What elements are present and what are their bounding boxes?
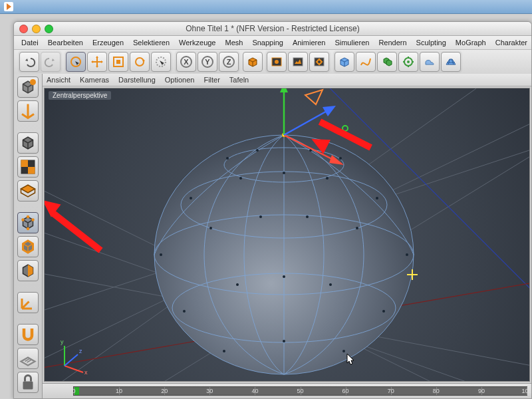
cursor-icon [346,353,356,366]
menu-werkzeuge[interactable]: Werkzeuge [174,37,220,48]
svg-marker-70 [329,155,344,165]
svg-text:y: y [61,338,64,345]
vp-ansicht[interactable]: Ansicht [47,76,70,84]
svg-rect-21 [28,167,35,174]
svg-line-71 [284,110,329,135]
poly-mode-button[interactable] [17,260,39,281]
menu-mograph[interactable]: MoGraph [451,37,491,48]
svg-text:Z: Z [227,58,231,66]
z-axis-button[interactable]: Z [219,52,239,72]
svg-rect-13 [293,58,303,66]
timeline-label: 70 [388,388,394,394]
redo-button[interactable] [41,52,61,72]
svg-point-62 [329,283,332,286]
texture-mode-button[interactable] [17,156,39,178]
vp-kameras[interactable]: Kameras [80,76,109,84]
render-pict-button[interactable] [288,52,308,72]
menu-snapping[interactable]: Snapping [247,37,288,48]
svg-point-53 [160,253,162,256]
make-editable-button[interactable] [17,76,39,98]
vp-filter[interactable]: Filter [203,76,219,84]
svg-point-23 [31,218,35,221]
timeline-label: 60 [342,388,349,394]
target-marker-icon [407,269,418,280]
snap-button[interactable] [17,324,39,345]
menu-mesh[interactable]: Mesh [220,37,247,48]
timeline-label: 30 [206,388,213,394]
menu-selektieren[interactable]: Selektieren [128,37,174,48]
svg-line-75 [65,366,83,372]
lasso-button[interactable] [151,52,171,72]
spline-button[interactable] [356,52,376,72]
menu-simulieren[interactable]: Simulieren [330,37,374,48]
svg-point-73 [342,126,348,131]
timeline-label: 90 [478,388,485,394]
menu-char[interactable]: Charakter [491,37,531,48]
svg-point-65 [283,340,285,342]
texture-axis-button[interactable] [17,100,39,122]
svg-point-56 [306,215,309,218]
axis-gizmo[interactable] [244,88,390,201]
minimize-icon[interactable] [32,25,41,33]
uv-mode-button[interactable] [17,180,39,201]
play-icon [4,2,13,11]
timeline-label: 20 [161,388,168,394]
model-mode-button[interactable] [17,132,39,154]
svg-line-76 [65,354,78,366]
y-axis-button[interactable]: Y [198,52,217,72]
render-settings-button[interactable] [309,52,329,72]
svg-point-59 [183,310,186,313]
svg-point-3 [136,58,144,66]
menu-erzeugen[interactable]: Erzeugen [88,37,128,48]
vp-tafeln[interactable]: Tafeln [229,76,249,84]
scale-button[interactable] [108,52,128,72]
live-select-button[interactable] [66,52,86,72]
zoom-icon[interactable] [45,25,53,33]
svg-point-58 [406,253,408,256]
svg-point-66 [342,350,345,352]
rotate-button[interactable] [130,52,150,72]
axis-tool-button[interactable] [17,292,39,313]
workplane-button[interactable] [17,348,39,369]
svg-line-69 [284,135,337,162]
object-cube-button[interactable] [334,52,354,72]
viewport[interactable]: Zentralperspektive [44,88,530,382]
undo-button[interactable] [19,52,39,72]
menu-datei[interactable]: Datei [17,37,43,48]
svg-marker-68 [280,88,288,92]
window-title: Ohne Titel 1 * (NFR Version - Restricted… [14,24,531,33]
timeline-track[interactable]: 0102030405060708090100 [73,386,527,396]
sky-button[interactable] [420,52,440,72]
svg-point-57 [356,227,358,229]
svg-text:X: X [184,58,189,66]
svg-rect-26 [23,382,33,390]
svg-rect-20 [21,160,29,168]
floor-button[interactable] [441,52,461,72]
menu-sculpting[interactable]: Sculpting [412,37,451,48]
x-axis-button[interactable]: X [176,52,196,72]
point-mode-button[interactable] [17,212,39,233]
svg-point-60 [236,283,239,286]
world-axis-icon: y x z [51,336,91,376]
move-button[interactable] [87,52,107,72]
menu-rendern[interactable]: Rendern [374,37,411,48]
vp-darstellung[interactable]: Darstellung [118,76,156,84]
svg-point-49 [239,177,242,180]
lock-button[interactable] [17,372,39,393]
edge-mode-button[interactable] [17,236,39,257]
cube-primitive-button[interactable] [243,52,263,72]
svg-point-44 [226,157,229,160]
svg-point-25 [27,227,30,231]
menu-animieren[interactable]: Animieren [288,37,331,48]
render-view-button[interactable] [267,52,287,72]
deformer-button[interactable] [398,52,418,72]
svg-point-17 [407,61,410,63]
timeline[interactable]: 0102030405060708090100 [43,383,531,398]
vp-optionen[interactable]: Optionen [165,76,195,84]
array-button[interactable] [377,52,397,72]
title-bar[interactable]: Ohne Titel 1 * (NFR Version - Restricted… [14,22,531,36]
close-icon[interactable] [19,25,28,33]
menu-bearbeiten[interactable]: Bearbeiten [43,37,88,48]
svg-text:Y: Y [205,58,210,66]
menu-bar: Datei Bearbeiten Erzeugen Selektieren We… [14,36,531,50]
